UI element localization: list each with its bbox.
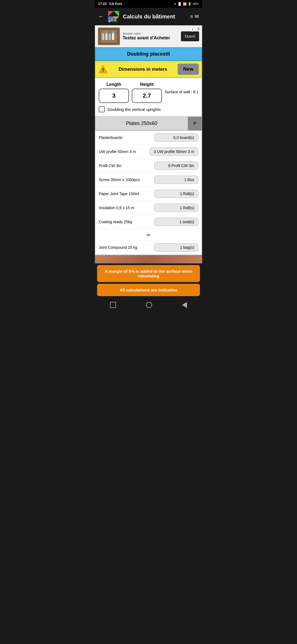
warning-triangle-icon: ! — [98, 64, 108, 74]
status-time: 17:23 — [98, 2, 107, 6]
ad-open-button[interactable]: Ouvrir — [181, 31, 199, 41]
nav-home-button[interactable] — [146, 302, 152, 308]
result-coating: Coating ready 25kg 1 seal(s) — [95, 215, 202, 229]
svg-rect-15 — [112, 33, 114, 40]
svg-rect-17 — [105, 31, 108, 34]
dimensions-bar: ! Dimensions in meters New — [95, 61, 202, 78]
length-group: Length — [99, 82, 129, 103]
nav-back-button[interactable] — [182, 302, 187, 308]
signal-icon: ▐▌ — [177, 2, 182, 6]
svg-text:!: ! — [102, 67, 104, 73]
result-value-profil-cw: 6 Profil CW 3m — [154, 162, 198, 170]
result-joint-compound: Joint Compound 25 kg 1 bag(s) — [95, 241, 202, 255]
height-label: Height — [140, 82, 154, 87]
result-label-screw: Screw 35mm x 1000pcs — [99, 178, 152, 182]
result-label-uw-profile: UW profile 50mm 3 m — [99, 149, 147, 154]
bluetooth-icon: ✦ — [174, 2, 176, 6]
result-label-profil-cw: Profil CW 3m — [99, 163, 152, 168]
margin-note: A margin of 5% is added to the surface w… — [97, 265, 200, 282]
length-input[interactable] — [99, 89, 129, 103]
ad-close-button[interactable]: ✕ — [197, 27, 200, 31]
svg-rect-14 — [109, 33, 111, 40]
ad-title: Testez avant d'Acheter — [123, 35, 178, 40]
result-value-joint-compound: 1 bag(s) — [154, 243, 198, 252]
results-section: Plasterboards 6.0 board(s) UW profile 50… — [95, 131, 202, 255]
svg-rect-7 — [114, 18, 116, 19]
result-value-uw-profile: 3 UW profile 50mm 3 m — [150, 148, 198, 156]
doubling-label: Doubling the vertical uprights — [108, 107, 161, 112]
ad-banner: Acheter-rubio Testez avant d'Acheter Ouv… — [95, 25, 202, 47]
result-screw: Screw 35mm x 1000pcs 1 Box — [95, 173, 202, 187]
svg-rect-9 — [114, 20, 116, 21]
svg-rect-8 — [111, 20, 113, 21]
status-right: ✦ ▐▌ 📶 🔋 99% — [174, 2, 199, 6]
surface-value: 8.1 — [193, 90, 199, 94]
doubling-checkbox[interactable] — [99, 106, 105, 112]
ad-source: Acheter-rubio — [123, 32, 178, 35]
dimensions-label: Dimensions in meters — [110, 67, 175, 72]
result-label-insulation: Insulation 0,6 x 15 m — [99, 206, 152, 210]
wifi-icon: 📶 — [183, 2, 187, 6]
ad-content: Acheter-rubio Testez avant d'Acheter — [123, 32, 178, 40]
nav-triangle-icon — [182, 302, 187, 308]
result-value-insulation: 1 Roll(s) — [154, 204, 198, 212]
dropdown-arrow-icon[interactable]: ▼ — [188, 117, 202, 130]
status-bar: 17:23 0,8 Ko/s ✦ ▐▌ 📶 🔋 99% — [95, 0, 202, 8]
nav-square-button[interactable] — [110, 302, 116, 308]
battery-icon: 🔋 — [188, 2, 192, 6]
length-label: Length — [106, 82, 121, 87]
result-insulation: Insulation 0,6 x 15 m 1 Roll(s) — [95, 201, 202, 215]
new-button[interactable]: New — [178, 64, 199, 75]
battery-level: 99% — [193, 2, 199, 6]
nav-circle-icon — [146, 302, 152, 308]
or-text: or — [147, 232, 150, 238]
bottom-nav — [95, 298, 202, 312]
result-profil-cw: Profil CW 3m 6 Profil CW 3m — [95, 159, 202, 173]
status-time-speed: 17:23 0,8 Ko/s — [98, 2, 122, 6]
result-value-screw: 1 Box — [154, 176, 198, 184]
input-row: Length Height Surface of wall : 8.1 — [99, 82, 198, 103]
ad-image — [98, 28, 120, 45]
result-paper-joint: Paper Joint Tape 150ml 1 Roll(s) — [95, 187, 202, 201]
indicative-note: All calculations are indicative — [97, 284, 200, 296]
result-label-joint-compound: Joint Compound 25 kg — [99, 245, 152, 250]
height-group: Height — [132, 82, 162, 103]
ad-product-image — [99, 29, 119, 44]
result-value-coating: 1 seal(s) — [154, 218, 198, 226]
warning-icon: ! — [98, 64, 108, 74]
result-or-row: or — [95, 229, 202, 241]
texture-strip — [95, 255, 202, 263]
back-button[interactable]: ← — [98, 13, 104, 20]
email-icon: ✉ — [195, 13, 199, 20]
header-left: ← Calculs du bâtiment — [98, 10, 175, 23]
plates-dropdown[interactable]: Plates 250x60 ▼ — [95, 117, 202, 131]
header-menu-button[interactable]: ≡ ✉ — [190, 13, 199, 20]
svg-rect-13 — [105, 33, 108, 40]
result-label-paper-joint: Paper Joint Tape 150ml — [99, 192, 152, 196]
height-input[interactable] — [132, 89, 162, 103]
dropdown-label: Plates 250x60 — [95, 117, 188, 130]
checkbox-row: Doubling the vertical uprights — [99, 106, 198, 112]
surface-info: Surface of wall : 8.1 — [165, 82, 199, 94]
result-uw-profile: UW profile 50mm 3 m 3 UW profile 50mm 3 … — [95, 145, 202, 159]
input-section: Length Height Surface of wall : 8.1 Doub… — [95, 78, 202, 117]
nav-square-icon — [110, 302, 116, 308]
result-plasterboards: Plasterboards 6.0 board(s) — [95, 131, 202, 145]
ad-info-icon[interactable]: ℹ — [190, 27, 195, 32]
svg-rect-6 — [111, 18, 113, 19]
app-header: ← Calculs du bâtiment ≡ ✉ — [95, 8, 202, 25]
app-logo-svg — [107, 10, 120, 23]
svg-rect-18 — [109, 31, 111, 34]
svg-rect-16 — [102, 31, 104, 34]
surface-label: Surface of wall : — [165, 90, 192, 94]
menu-icon: ≡ — [190, 14, 193, 20]
svg-rect-19 — [112, 31, 114, 34]
app-icon — [107, 10, 120, 23]
app-title: Calculs du bâtiment — [123, 13, 175, 20]
status-network-speed: 0,8 Ko/s — [109, 2, 122, 6]
result-value-paper-joint: 1 Roll(s) — [154, 190, 198, 198]
svg-rect-12 — [102, 33, 104, 40]
section-header: Doubling placostil — [95, 47, 202, 61]
result-label-coating: Coating ready 25kg — [99, 220, 152, 224]
result-value-plasterboards: 6.0 board(s) — [154, 133, 198, 142]
